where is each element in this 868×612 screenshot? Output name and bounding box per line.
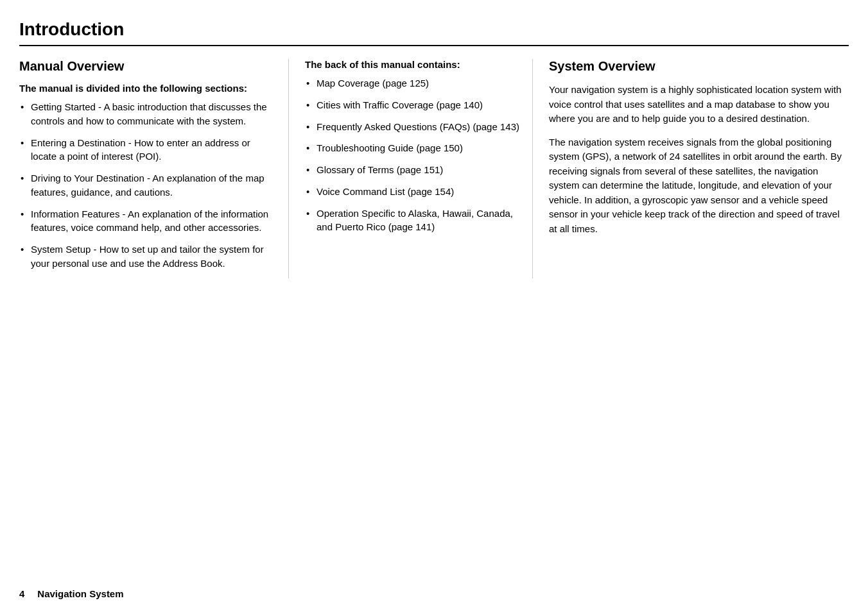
list-item: Getting Started - A basic introduction t… bbox=[19, 100, 275, 128]
title-divider bbox=[19, 45, 849, 46]
list-item: Voice Command List (page 154) bbox=[305, 185, 519, 199]
columns-wrapper: Manual Overview The manual is divided in… bbox=[19, 59, 849, 278]
footer-nav-title: Navigation System bbox=[37, 588, 123, 599]
list-item: Cities with Traffic Coverage (page 140) bbox=[305, 98, 519, 112]
system-overview-title: System Overview bbox=[549, 59, 849, 74]
list-item: Information Features - An explanation of… bbox=[19, 207, 275, 235]
back-of-manual-list: Map Coverage (page 125) Cities with Traf… bbox=[305, 76, 519, 234]
list-item: Map Coverage (page 125) bbox=[305, 76, 519, 90]
back-of-manual-title: The back of this manual contains: bbox=[305, 59, 519, 70]
list-item: Frequently Asked Questions (FAQs) (page … bbox=[305, 120, 519, 134]
sections-list: Getting Started - A basic introduction t… bbox=[19, 100, 275, 271]
list-item: Driving to Your Destination - An explana… bbox=[19, 171, 275, 200]
system-overview-paragraph2: The navigation system receives signals f… bbox=[549, 135, 849, 237]
manual-overview-title: Manual Overview bbox=[19, 59, 275, 74]
system-overview-paragraph1: Your navigation system is a highly sophi… bbox=[549, 83, 849, 126]
list-item: Glossary of Terms (page 151) bbox=[305, 163, 519, 177]
col-right: System Overview Your navigation system i… bbox=[533, 59, 849, 278]
list-item: Operation Specific to Alaska, Hawaii, Ca… bbox=[305, 207, 519, 235]
page-number: 4 bbox=[19, 588, 24, 599]
sections-subtitle: The manual is divided into the following… bbox=[19, 83, 275, 94]
page-container: Introduction Manual Overview The manual … bbox=[0, 0, 868, 317]
list-item: Troubleshooting Guide (page 150) bbox=[305, 141, 519, 155]
col-middle: The back of this manual contains: Map Co… bbox=[289, 59, 533, 278]
col-left: Manual Overview The manual is divided in… bbox=[19, 59, 289, 278]
page-title: Introduction bbox=[19, 19, 849, 40]
list-item: System Setup - How to set up and tailor … bbox=[19, 242, 275, 271]
list-item: Entering a Destination - How to enter an… bbox=[19, 136, 275, 164]
page-footer: 4 Navigation System bbox=[19, 588, 124, 599]
